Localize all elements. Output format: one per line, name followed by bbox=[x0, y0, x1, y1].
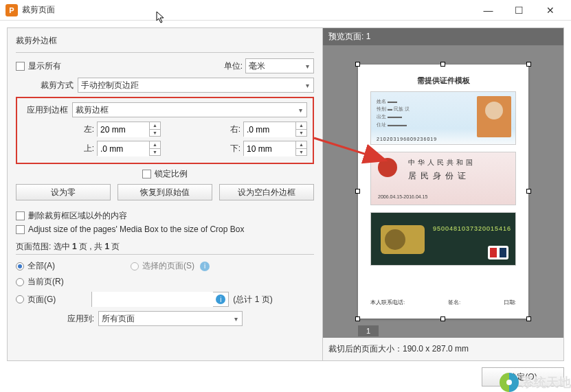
radio-icon bbox=[16, 262, 24, 270]
remove-outside-checkbox[interactable]: 删除裁剪框区域以外的内容 bbox=[16, 210, 314, 222]
radio-icon bbox=[16, 278, 24, 286]
checkbox-icon bbox=[142, 170, 151, 178]
pages-total-label: (总计 1 页) bbox=[233, 294, 272, 305]
unit-select[interactable]: 毫米 ▾ bbox=[245, 58, 314, 73]
spin-down-icon[interactable]: ▼ bbox=[296, 130, 306, 137]
preview-header: 预览页面: 1 bbox=[323, 28, 563, 45]
bottom-input[interactable] bbox=[244, 141, 295, 157]
coin-icon bbox=[385, 229, 405, 250]
chevron-down-icon: ▾ bbox=[303, 82, 312, 89]
minimize-button[interactable]: — bbox=[473, 0, 504, 21]
left-input[interactable] bbox=[98, 122, 149, 137]
chevron-down-icon: ▾ bbox=[296, 106, 305, 114]
info-icon: i bbox=[200, 262, 210, 271]
crop-margin-group-title: 裁剪外边框 bbox=[16, 35, 314, 47]
id-card-front: 姓名 ▬▬性别 ▬ 民族 汉出生 ▬▬▬住址 ▬▬▬▬ 210203196809… bbox=[370, 91, 516, 145]
card-validity: 2006.04.15-2016.04.15 bbox=[378, 194, 427, 199]
right-label: 右: bbox=[219, 124, 243, 135]
apply-box-select[interactable]: 裁剪边框 ▾ bbox=[72, 102, 307, 117]
emblem-icon bbox=[378, 158, 397, 177]
unionpay-icon bbox=[488, 246, 508, 260]
lock-ratio-label: 锁定比例 bbox=[155, 168, 188, 180]
checkbox-icon bbox=[16, 225, 25, 234]
adjust-mediabox-label: Adjust size of the pages' Media Box to t… bbox=[28, 224, 244, 234]
titlebar: P 裁剪页面 — ☐ ✕ bbox=[0, 0, 571, 21]
adjust-mediabox-checkbox[interactable]: Adjust size of the pages' Media Box to t… bbox=[16, 224, 314, 234]
spin-down-icon[interactable]: ▼ bbox=[150, 149, 160, 156]
radio-icon bbox=[131, 262, 139, 270]
resize-handle[interactable] bbox=[526, 316, 531, 321]
footer-sign: 签名: bbox=[448, 299, 460, 306]
checkbox-icon bbox=[16, 62, 25, 71]
page-number-tab[interactable]: 1 bbox=[358, 325, 379, 336]
set-zero-button[interactable]: 设为零 bbox=[16, 184, 111, 200]
right-spinner[interactable]: ▲▼ bbox=[243, 122, 307, 137]
left-pane: 裁剪外边框 显示所有 单位: 毫米 ▾ 裁剪方式 手动控制页边距 ▾ bbox=[8, 28, 322, 360]
spin-down-icon[interactable]: ▼ bbox=[296, 149, 306, 156]
unit-label: 单位: bbox=[224, 60, 243, 72]
set-blank-button[interactable]: 设为空白外边框 bbox=[219, 184, 314, 200]
bottom-label: 下: bbox=[219, 143, 243, 154]
range-selected-radio[interactable]: 选择的页面(S) i bbox=[131, 260, 210, 272]
unit-value: 毫米 bbox=[249, 60, 265, 72]
show-all-checkbox[interactable]: 显示所有 bbox=[16, 60, 61, 72]
top-input[interactable] bbox=[98, 141, 149, 157]
right-input[interactable] bbox=[244, 122, 295, 137]
card-number: 9500481037320015416 bbox=[433, 225, 511, 232]
crop-mode-label: 裁剪方式 bbox=[16, 80, 78, 91]
range-all-radio[interactable]: 全部(A) bbox=[16, 260, 55, 272]
preview-area[interactable]: 需提供证件模板 姓名 ▬▬性别 ▬ 民族 汉出生 ▬▬▬住址 ▬▬▬▬ 2102… bbox=[323, 45, 563, 338]
resize-handle[interactable] bbox=[440, 62, 445, 67]
show-all-label: 显示所有 bbox=[28, 60, 61, 72]
remove-outside-label: 删除裁剪框区域以外的内容 bbox=[28, 210, 127, 222]
card-subtitle: 居民身份证 bbox=[408, 170, 470, 182]
window-title: 裁剪页面 bbox=[22, 4, 55, 16]
close-button[interactable]: ✕ bbox=[535, 0, 566, 21]
range-selected-label: 选择的页面(S) bbox=[142, 260, 194, 272]
apply-to-label: 应用到: bbox=[16, 313, 98, 325]
left-spinner[interactable]: ▲▼ bbox=[97, 122, 161, 137]
resize-handle[interactable] bbox=[355, 62, 360, 67]
resize-handle[interactable] bbox=[355, 189, 360, 194]
chevron-down-icon: ▾ bbox=[232, 315, 240, 323]
footer-contact: 本人联系电话: bbox=[370, 299, 405, 306]
resize-handle[interactable] bbox=[526, 62, 531, 67]
id-number: 210203196809236019 bbox=[377, 137, 437, 141]
bank-card: 9500481037320015416 bbox=[370, 212, 516, 266]
maximize-button[interactable]: ☐ bbox=[504, 0, 535, 21]
dialog-footer: 确定(O) bbox=[7, 367, 564, 387]
bottom-spinner[interactable]: ▲▼ bbox=[243, 141, 307, 156]
apply-box-label: 应用到边框 bbox=[23, 104, 72, 116]
portrait-icon bbox=[477, 96, 511, 137]
resize-handle[interactable] bbox=[526, 189, 531, 194]
top-spinner[interactable]: ▲▼ bbox=[97, 141, 161, 156]
resize-handle[interactable] bbox=[355, 316, 360, 321]
spin-up-icon[interactable]: ▲ bbox=[150, 141, 160, 149]
apply-to-select[interactable]: 所有页面 ▾ bbox=[98, 311, 243, 326]
range-pages-label: 页面(G) bbox=[27, 294, 56, 305]
spin-up-icon[interactable]: ▲ bbox=[150, 122, 160, 130]
spin-down-icon[interactable]: ▼ bbox=[150, 130, 160, 137]
page-range-title: 页面范围: 选中 1 页 , 共 1 页 bbox=[16, 241, 314, 253]
preview-page[interactable]: 需提供证件模板 姓名 ▬▬性别 ▬ 民族 汉出生 ▬▬▬住址 ▬▬▬▬ 2102… bbox=[358, 65, 528, 319]
pages-input[interactable] bbox=[92, 292, 213, 307]
checkbox-icon bbox=[16, 211, 25, 220]
resize-handle[interactable] bbox=[440, 316, 445, 321]
app-icon: P bbox=[5, 4, 18, 16]
spin-up-icon[interactable]: ▲ bbox=[296, 141, 306, 149]
info-icon: i bbox=[216, 295, 225, 304]
card-title: 中华人民共和国 bbox=[408, 158, 475, 168]
dialog-body: 裁剪外边框 显示所有 单位: 毫米 ▾ 裁剪方式 手动控制页边距 ▾ bbox=[7, 27, 564, 361]
restore-button[interactable]: 恢复到原始值 bbox=[117, 184, 212, 200]
spin-up-icon[interactable]: ▲ bbox=[296, 122, 306, 130]
range-pages-radio[interactable]: 页面(G) bbox=[16, 294, 56, 305]
left-label: 左: bbox=[72, 124, 97, 135]
range-current-label: 当前页(R) bbox=[27, 276, 64, 288]
lock-ratio-checkbox[interactable]: 锁定比例 bbox=[142, 168, 188, 180]
preview-doc-title: 需提供证件模板 bbox=[358, 65, 528, 91]
range-all-label: 全部(A) bbox=[27, 260, 55, 272]
range-current-radio[interactable]: 当前页(R) bbox=[16, 276, 64, 288]
ok-button[interactable]: 确定(O) bbox=[482, 367, 564, 387]
radio-icon bbox=[16, 295, 24, 303]
crop-mode-select[interactable]: 手动控制页边距 ▾ bbox=[78, 78, 314, 93]
